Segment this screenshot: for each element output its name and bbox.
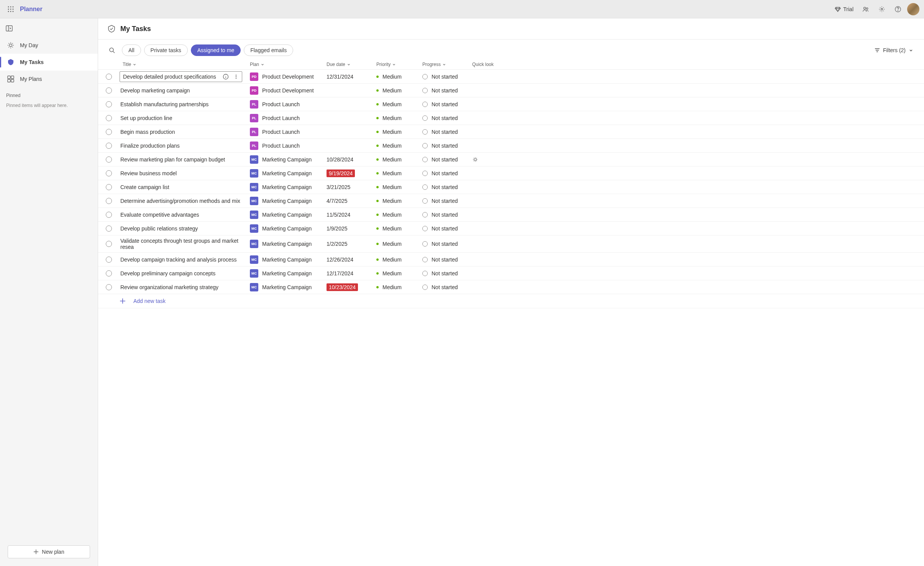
task-title[interactable]: Develop preliminary campaign concepts (120, 269, 216, 278)
plan-cell[interactable]: MCMarketing Campaign (250, 169, 327, 178)
collapse-sidebar-icon[interactable] (5, 25, 13, 32)
task-title[interactable]: Evaluate competitive advantages (120, 210, 200, 219)
table-row[interactable]: Develop detailed product specificationsP… (98, 70, 924, 84)
people-button[interactable] (859, 2, 873, 16)
due-cell[interactable]: 11/5/2024 (327, 212, 376, 218)
filter-pill-all[interactable]: All (122, 44, 141, 56)
nav-my-plans[interactable]: My Plans (0, 71, 98, 87)
more-icon[interactable] (233, 74, 239, 79)
priority-cell[interactable]: Medium (376, 101, 422, 107)
complete-checkbox[interactable] (106, 225, 112, 232)
progress-cell[interactable]: Not started (422, 241, 472, 247)
priority-cell[interactable]: Medium (376, 241, 422, 247)
priority-cell[interactable]: Medium (376, 87, 422, 94)
priority-cell[interactable]: Medium (376, 270, 422, 276)
progress-cell[interactable]: Not started (422, 87, 472, 94)
nav-my-tasks[interactable]: My Tasks (0, 54, 98, 71)
progress-cell[interactable]: Not started (422, 257, 472, 263)
table-row[interactable]: Develop public relations strategyMCMarke… (98, 222, 924, 235)
user-avatar[interactable] (907, 3, 919, 15)
complete-checkbox[interactable] (106, 74, 112, 80)
priority-cell[interactable]: Medium (376, 198, 422, 204)
progress-cell[interactable]: Not started (422, 156, 472, 163)
trial-badge[interactable]: Trial (832, 5, 857, 14)
task-title[interactable]: Review organizational marketing strategy (120, 283, 219, 292)
progress-cell[interactable]: Not started (422, 101, 472, 107)
filter-pill-private-tasks[interactable]: Private tasks (144, 44, 188, 56)
table-row[interactable]: Develop preliminary campaign conceptsMCM… (98, 267, 924, 280)
plan-cell[interactable]: MCMarketing Campaign (250, 269, 327, 278)
plan-cell[interactable]: MCMarketing Campaign (250, 155, 327, 164)
task-title[interactable]: Review marketing plan for campaign budge… (120, 155, 226, 164)
progress-cell[interactable]: Not started (422, 170, 472, 176)
plan-cell[interactable]: PDProduct Development (250, 86, 327, 95)
progress-cell[interactable]: Not started (422, 74, 472, 80)
progress-cell[interactable]: Not started (422, 115, 472, 121)
table-row[interactable]: Develop marketing campaignPDProduct Deve… (98, 84, 924, 97)
filters-button[interactable]: Filters (2) (871, 45, 916, 56)
complete-checkbox[interactable] (106, 284, 112, 290)
quick-look-icon[interactable] (472, 156, 478, 163)
complete-checkbox[interactable] (106, 101, 112, 107)
plan-cell[interactable]: PDProduct Development (250, 72, 327, 81)
plan-cell[interactable]: MCMarketing Campaign (250, 240, 327, 248)
plan-cell[interactable]: MCMarketing Campaign (250, 183, 327, 191)
task-title[interactable]: Create campaign list (120, 183, 170, 192)
progress-cell[interactable]: Not started (422, 270, 472, 276)
plan-cell[interactable]: PLProduct Launch (250, 100, 327, 109)
table-row[interactable]: Evaluate competitive advantagesMCMarketi… (98, 208, 924, 222)
app-title[interactable]: Planner (20, 6, 43, 13)
search-button[interactable] (106, 44, 118, 56)
complete-checkbox[interactable] (106, 170, 112, 176)
task-title-input[interactable]: Develop detailed product specifications (120, 71, 242, 82)
progress-cell[interactable]: Not started (422, 198, 472, 204)
due-cell[interactable]: 12/31/2024 (327, 74, 376, 80)
plan-cell[interactable]: PLProduct Launch (250, 114, 327, 122)
filter-pill-assigned-to-me[interactable]: Assigned to me (191, 44, 241, 56)
table-row[interactable]: Review marketing plan for campaign budge… (98, 153, 924, 166)
col-header-progress[interactable]: Progress (422, 62, 472, 67)
complete-checkbox[interactable] (106, 198, 112, 204)
complete-checkbox[interactable] (106, 241, 112, 247)
plan-cell[interactable]: PLProduct Launch (250, 128, 327, 136)
col-header-priority[interactable]: Priority (376, 62, 422, 67)
task-title[interactable]: Review business model (120, 169, 177, 178)
table-row[interactable]: Begin mass productionPLProduct LaunchMed… (98, 125, 924, 139)
due-cell[interactable]: 1/2/2025 (327, 241, 376, 247)
task-title[interactable]: Develop public relations strategy (120, 224, 199, 233)
due-cell[interactable]: 12/17/2024 (327, 270, 376, 276)
plan-cell[interactable]: MCMarketing Campaign (250, 224, 327, 233)
new-plan-button[interactable]: New plan (8, 545, 90, 558)
plan-cell[interactable]: MCMarketing Campaign (250, 283, 327, 291)
due-cell[interactable]: 1/9/2025 (327, 225, 376, 232)
priority-cell[interactable]: Medium (376, 257, 422, 263)
priority-cell[interactable]: Medium (376, 184, 422, 190)
plan-cell[interactable]: MCMarketing Campaign (250, 255, 327, 264)
nav-my-day[interactable]: My Day (0, 37, 98, 54)
table-row[interactable]: Create campaign listMCMarketing Campaign… (98, 180, 924, 194)
progress-cell[interactable]: Not started (422, 143, 472, 149)
plan-cell[interactable]: PLProduct Launch (250, 142, 327, 150)
priority-cell[interactable]: Medium (376, 225, 422, 232)
task-title[interactable]: Develop campaign tracking and analysis p… (120, 255, 238, 264)
task-title[interactable]: Validate concepts through test groups an… (120, 236, 250, 252)
complete-checkbox[interactable] (106, 212, 112, 218)
table-row[interactable]: Review business modelMCMarketing Campaig… (98, 166, 924, 180)
due-cell[interactable]: 4/7/2025 (327, 198, 376, 204)
table-row[interactable]: Establish manufacturing partnershipsPLPr… (98, 97, 924, 111)
complete-checkbox[interactable] (106, 87, 112, 94)
plan-cell[interactable]: MCMarketing Campaign (250, 211, 327, 219)
app-launcher-button[interactable] (5, 3, 17, 15)
progress-cell[interactable]: Not started (422, 225, 472, 232)
progress-cell[interactable]: Not started (422, 184, 472, 190)
task-title[interactable]: Develop marketing campaign (120, 86, 190, 95)
table-row[interactable]: Validate concepts through test groups an… (98, 235, 924, 253)
help-button[interactable] (891, 2, 905, 16)
priority-cell[interactable]: Medium (376, 156, 422, 163)
col-header-plan[interactable]: Plan (250, 62, 327, 67)
filter-pill-flagged-emails[interactable]: Flagged emails (244, 44, 293, 56)
priority-cell[interactable]: Medium (376, 74, 422, 80)
progress-cell[interactable]: Not started (422, 212, 472, 218)
due-cell[interactable]: 10/28/2024 (327, 156, 376, 163)
plan-cell[interactable]: MCMarketing Campaign (250, 197, 327, 205)
